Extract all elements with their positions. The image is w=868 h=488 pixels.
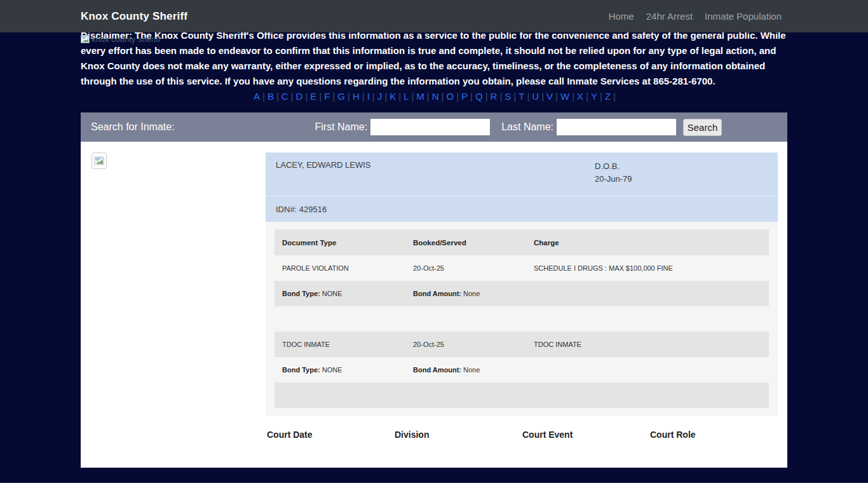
broken-image-icon <box>81 35 90 43</box>
alphabet-link-b[interactable]: B <box>266 91 276 102</box>
bond-amount-cell: Bond Amount:None <box>413 290 534 297</box>
alphabet-link-i[interactable]: I <box>365 91 372 102</box>
bond-amount-value: None <box>463 366 480 374</box>
alphabet-link-c[interactable]: C <box>280 91 290 102</box>
alphabet-separator: | <box>485 91 489 102</box>
bond-type-cell: Bond Type:NONE <box>282 366 413 374</box>
alphabet-link-a[interactable]: A <box>252 91 262 102</box>
bond-type-label: Bond Type: <box>282 290 320 297</box>
alphabet-link-w[interactable]: W <box>559 91 571 102</box>
bond-amount-label: Bond Amount: <box>413 366 461 374</box>
alphabet-separator: | <box>613 91 616 102</box>
broken-image-alt-text: knox county sheriff <box>92 34 160 44</box>
charge-booked-served: 20-Oct-25 <box>413 264 534 272</box>
dob-value: 20-Jun-79 <box>595 173 768 186</box>
spacer-row <box>275 306 769 332</box>
court-event-header: Court Event <box>522 430 650 440</box>
inmate-card-header: LACEY, EDWARD LEWIS D.O.B. 20-Jun-79 <box>266 152 778 196</box>
header-charge: Charge <box>534 239 761 247</box>
inmate-name: LACEY, EDWARD LEWIS <box>276 160 595 196</box>
search-title: Search for Inmate: <box>91 121 175 133</box>
alphabet-link-e[interactable]: E <box>308 91 318 102</box>
alphabet-link-h[interactable]: H <box>351 91 362 102</box>
broken-logo-image: knox county sheriff <box>81 34 160 44</box>
court-date-header: Court Date <box>267 430 395 440</box>
first-name-label: First Name: <box>315 121 368 133</box>
alphabet-separator: | <box>426 91 430 102</box>
alphabet-separator: | <box>290 91 294 102</box>
alphabet-link-g[interactable]: G <box>336 91 347 102</box>
charges-header-row: Document Type Booked/Served Charge <box>275 229 769 255</box>
charge-document-type: TDOC INMATE <box>282 341 413 348</box>
bond-type-label: Bond Type: <box>282 366 320 374</box>
content-panel: LACEY, EDWARD LEWIS D.O.B. 20-Jun-79 IDN… <box>81 142 787 468</box>
alphabet-link-x[interactable]: X <box>575 91 585 102</box>
alphabet-link-m[interactable]: M <box>414 91 426 102</box>
nav-link-24hr-arrest[interactable]: 24hr Arrest <box>646 11 693 22</box>
idn-value: IDN#: 429516 <box>276 205 327 214</box>
court-role-header: Court Role <box>650 430 778 440</box>
alphabet-link-s[interactable]: S <box>503 91 513 102</box>
alphabet-link-u[interactable]: U <box>530 91 541 102</box>
header-booked-served: Booked/Served <box>413 239 534 247</box>
bond-type-value: NONE <box>322 366 342 374</box>
search-fields: First Name: Last Name: Search <box>315 119 722 136</box>
bond-row: Bond Type:NONE Bond Amount:None <box>275 357 769 383</box>
last-name-label: Last Name: <box>501 121 553 133</box>
alphabet-link-l[interactable]: L <box>402 91 410 102</box>
alphabet-separator: | <box>276 91 280 102</box>
charge-row: TDOC INMATE 20-Oct-25 TDOC INMATE <box>275 332 769 357</box>
main-container: knox county sheriff Disclaimer: The Knox… <box>81 0 787 468</box>
alphabet-separator: | <box>372 91 376 102</box>
alphabet-link-y[interactable]: Y <box>589 91 599 102</box>
nav-link-home[interactable]: Home <box>609 11 634 22</box>
dob-label: D.O.B. <box>595 160 768 173</box>
charge-row: PAROLE VIOLATION 20-Oct-25 SCHEDULE I DR… <box>275 255 769 281</box>
alphabet-link-v[interactable]: V <box>545 91 555 102</box>
last-name-input[interactable] <box>557 119 676 135</box>
spacer-row <box>275 383 769 408</box>
top-navbar: Knox County Sheriff Home 24hr Arrest Inm… <box>0 0 868 32</box>
bond-amount-cell: Bond Amount:None <box>413 366 534 374</box>
inmate-summary-card: LACEY, EDWARD LEWIS D.O.B. 20-Jun-79 IDN… <box>266 152 778 222</box>
alphabet-link-j[interactable]: J <box>376 91 384 102</box>
charge-booked-served: 20-Oct-25 <box>413 341 534 348</box>
inmate-search-bar: Search for Inmate: First Name: Last Name… <box>81 112 787 142</box>
bond-type-value: NONE <box>322 290 342 297</box>
inmate-detail-section: LACEY, EDWARD LEWIS D.O.B. 20-Jun-79 IDN… <box>266 142 778 440</box>
bond-amount-value: None <box>463 290 480 297</box>
alphabet-link-q[interactable]: Q <box>473 91 485 102</box>
bond-type-cell: Bond Type:NONE <box>282 290 413 297</box>
charge-document-type: PAROLE VIOLATION <box>282 264 413 272</box>
alphabet-link-k[interactable]: K <box>388 91 398 102</box>
search-button[interactable]: Search <box>683 119 722 136</box>
nav-link-inmate-population[interactable]: Inmate Population <box>705 11 782 22</box>
alphabet-link-p[interactable]: P <box>459 91 470 102</box>
alphabet-link-o[interactable]: O <box>444 91 456 102</box>
charge-description: SCHEDULE I DRUGS : MAX $100,000 FINE <box>534 264 761 272</box>
bond-amount-label: Bond Amount: <box>413 290 461 297</box>
brand-title[interactable]: Knox County Sheriff <box>81 10 187 23</box>
disclaimer-text: Disclaimer: The Knox County Sheriff's Of… <box>81 28 787 89</box>
alphabet-link-n[interactable]: N <box>430 91 441 102</box>
inmate-idn-row: IDN#: 429516 <box>266 196 778 222</box>
alphabet-link-t[interactable]: T <box>517 91 526 102</box>
inmate-dob-block: D.O.B. 20-Jun-79 <box>595 160 768 196</box>
first-name-input[interactable] <box>370 119 490 135</box>
bond-row: Bond Type:NONE Bond Amount:None <box>275 281 769 306</box>
court-headers-row: Court Date Division Court Event Court Ro… <box>266 430 778 440</box>
inmate-photo-broken-image <box>92 152 107 169</box>
charges-table: Document Type Booked/Served Charge PAROL… <box>266 222 778 416</box>
alphabet-link-f[interactable]: F <box>322 91 332 102</box>
alphabet-link-r[interactable]: R <box>489 91 499 102</box>
alphabet-link-z[interactable]: Z <box>603 91 613 102</box>
alphabet-row: A|B|C|D|E|F|G|H|I|J|K|L|M|N|O|P|Q|R|S|T|… <box>81 90 787 104</box>
header-document-type: Document Type <box>282 239 413 247</box>
navbar-links: Home 24hr Arrest Inmate Population <box>609 11 782 22</box>
charge-description: TDOC INMATE <box>534 341 761 348</box>
alphabet-link-d[interactable]: D <box>294 91 305 102</box>
division-header: Division <box>395 430 522 440</box>
alphabet-separator: | <box>362 91 365 102</box>
